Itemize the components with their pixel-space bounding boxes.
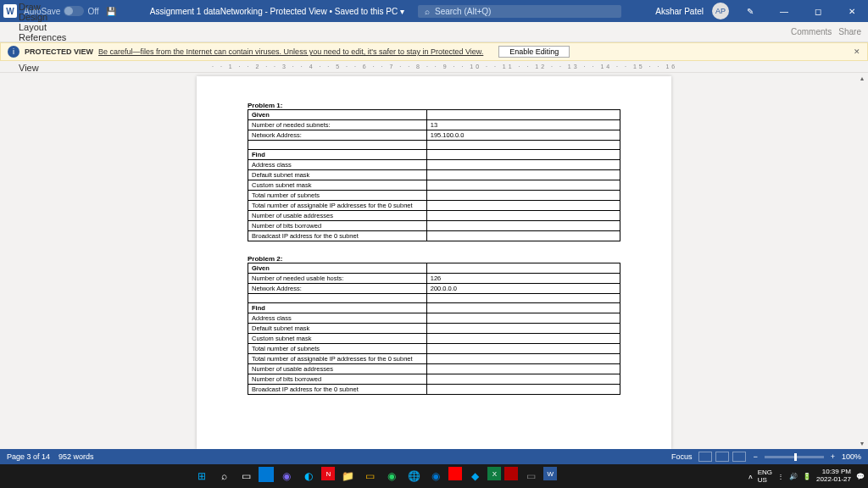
clock[interactable]: 10:39 PM 2022-01-27 — [816, 469, 851, 484]
word-icon[interactable]: W — [543, 467, 557, 480]
tab-view[interactable]: View — [10, 63, 75, 73]
system-tray: ʌ ENGUS ⋮ 🔊 🔋 10:39 PM 2022-01-27 💬 — [748, 469, 865, 484]
close-icon[interactable]: ✕ — [839, 7, 865, 16]
cell: Number of usable addresses — [248, 364, 427, 374]
app-icon[interactable]: N — [321, 467, 335, 480]
cell: Find — [248, 303, 427, 313]
zoom-out-icon[interactable]: − — [753, 452, 757, 461]
app-icon[interactable]: ◐ — [299, 467, 318, 485]
taskbar: ⊞ ⌕ ▭ ◉ ◐ N 📁 ▭ ◉ 🌐 ◉ ◆ X ▭ W ʌ ENGUS ⋮ … — [0, 464, 868, 488]
web-layout-icon[interactable] — [732, 452, 746, 462]
cell: Number of bits borrowed — [248, 374, 427, 385]
cell — [248, 294, 427, 303]
tab-draw[interactable]: Draw — [10, 2, 75, 12]
app-icon[interactable]: ▭ — [360, 467, 379, 485]
info-icon: i — [8, 46, 19, 58]
app-icon[interactable]: ◉ — [277, 467, 296, 485]
table-row: Number of usable addresses — [248, 364, 620, 374]
protected-view-label: PROTECTED VIEW — [25, 47, 93, 56]
scroll-down-icon[interactable]: ▾ — [860, 440, 864, 447]
problem1-table: GivenNumber of needed subnets:13Network … — [248, 109, 620, 241]
maximize-icon[interactable]: ◻ — [805, 7, 831, 16]
page-indicator[interactable]: Page 3 of 14 — [7, 452, 50, 461]
taskview-icon[interactable]: ▭ — [236, 467, 255, 485]
cell — [426, 191, 620, 201]
cell — [426, 263, 620, 274]
read-mode-icon[interactable] — [698, 452, 712, 462]
search-input[interactable]: ⌕ Search (Alt+Q) — [418, 5, 621, 18]
volume-icon[interactable]: 🔊 — [789, 473, 798, 480]
pen-icon[interactable]: ✎ — [737, 7, 763, 16]
autosave-state: Off — [87, 7, 98, 16]
start-icon[interactable]: ⊞ — [192, 467, 211, 485]
table-row: Find — [248, 303, 620, 313]
tab-layout[interactable]: Layout — [10, 22, 75, 32]
tab-references[interactable]: References — [10, 32, 75, 42]
whatsapp-icon[interactable]: ◉ — [382, 467, 401, 485]
protected-view-bar: i PROTECTED VIEW Be careful—files from t… — [0, 42, 868, 61]
explorer-icon[interactable]: 📁 — [338, 467, 357, 485]
battery-icon[interactable]: 🔋 — [803, 473, 811, 480]
table-row: Number of needed usable hosts:126 — [248, 274, 620, 284]
tab-design[interactable]: Design — [10, 12, 75, 22]
table-row: Address class — [248, 313, 620, 324]
cell: Network Address: — [248, 130, 427, 141]
wifi-icon[interactable]: ⋮ — [777, 473, 784, 480]
cell — [426, 141, 620, 150]
avatar[interactable]: AP — [712, 3, 729, 19]
cell — [426, 364, 620, 374]
cell: 195.100.0.0 — [426, 130, 620, 141]
table-row: Address class — [248, 160, 620, 170]
cell: Given — [248, 110, 427, 120]
cell: Custom subnet mask — [248, 334, 427, 344]
app-icon[interactable] — [448, 467, 462, 480]
notifications-icon[interactable]: 💬 — [856, 473, 865, 480]
cell: Number of needed usable hosts: — [248, 274, 427, 284]
cell: Total number of subnets — [248, 191, 427, 201]
cell: Number of usable addresses — [248, 211, 427, 221]
scroll-up-icon[interactable]: ▴ — [860, 75, 864, 82]
cell: Total number of subnets — [248, 344, 427, 354]
chevron-up-icon[interactable]: ʌ — [748, 473, 753, 480]
problem2-title: Problem 2: — [248, 255, 620, 263]
language-indicator[interactable]: ENGUS — [758, 469, 772, 484]
cell — [426, 110, 620, 120]
table-row: Network Address:200.0.0.0 — [248, 284, 620, 294]
cell: 126 — [426, 274, 620, 284]
cell: Broadcast IP address for the 0 subnet — [248, 231, 427, 241]
minimize-icon[interactable]: — — [771, 7, 797, 16]
share-button[interactable]: Share — [838, 27, 861, 36]
app-icon[interactable] — [259, 467, 274, 482]
zoom-slider[interactable] — [765, 456, 824, 458]
focus-mode[interactable]: Focus — [671, 452, 693, 461]
save-icon[interactable]: 💾 — [106, 7, 116, 16]
zoom-in-icon[interactable]: + — [831, 452, 835, 461]
table-row: Total number of subnets — [248, 344, 620, 354]
vertical-scrollbar[interactable]: ▴ ▾ — [856, 73, 868, 449]
cell — [426, 294, 620, 303]
enable-editing-button[interactable]: Enable Editing — [498, 46, 570, 58]
search-icon[interactable]: ⌕ — [214, 467, 233, 485]
word-count[interactable]: 952 words — [58, 452, 94, 461]
problem2-table: GivenNumber of needed usable hosts:126Ne… — [248, 263, 620, 395]
chrome-icon[interactable]: 🌐 — [404, 467, 423, 485]
title-right: Akshar Patel AP ✎ — ◻ ✕ — [655, 3, 865, 19]
cell: Given — [248, 263, 427, 274]
app-icon[interactable]: ◆ — [465, 467, 484, 485]
close-icon[interactable]: ✕ — [854, 47, 860, 56]
table-row: Total number of assignable IP addresses … — [248, 201, 620, 211]
app-icon[interactable]: ◉ — [426, 467, 445, 485]
print-layout-icon[interactable] — [715, 452, 729, 462]
table-row: Default subnet mask — [248, 324, 620, 334]
zoom-level[interactable]: 100% — [842, 452, 861, 461]
app-icon[interactable]: ▭ — [521, 467, 540, 485]
table-row: Custom subnet mask — [248, 180, 620, 191]
user-name[interactable]: Akshar Patel — [655, 7, 704, 16]
comments-button[interactable]: Comments — [791, 27, 832, 36]
table-row: Find — [248, 150, 620, 160]
excel-icon[interactable]: X — [487, 467, 501, 480]
document-title[interactable]: Assignment 1 dataNetworking - Protected … — [150, 7, 404, 16]
acrobat-icon[interactable] — [504, 467, 518, 480]
title-center: Assignment 1 dataNetworking - Protected … — [116, 5, 656, 18]
view-buttons — [698, 452, 746, 462]
